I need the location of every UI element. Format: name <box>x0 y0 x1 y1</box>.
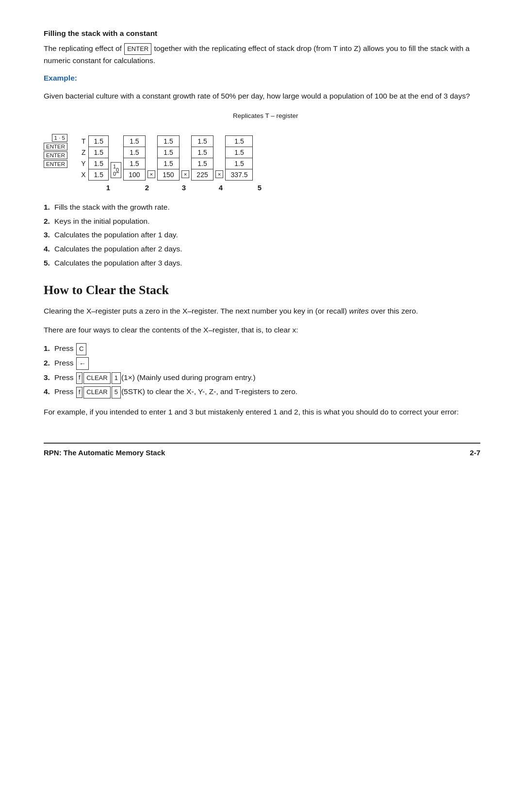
clear-methods-list: 1. Press C 2. Press ← 3. Press fCLEAR1(1… <box>44 343 480 398</box>
between-1-2: 100 <box>111 162 121 181</box>
step-numbers-row: 1 2 3 4 5 <box>93 183 275 192</box>
key-enter-3: ENTER <box>44 160 67 168</box>
list-item-1: 1.Fills the stack with the growth rate. <box>44 201 480 214</box>
list-item-2: 2.Keys in the initial population. <box>44 215 480 228</box>
stack-step-3: 1.5 1.5 1.5 150 <box>157 135 179 181</box>
clear-method-4: 4. Press fCLEAR5(5STK) to clear the X-, … <box>44 386 480 398</box>
key-1x: 1 <box>112 372 121 384</box>
clear-text-1: Clearing the X–register puts a zero in t… <box>44 305 480 317</box>
stack-step-2: 1.5 1.5 1.5 100 <box>123 135 145 181</box>
stack-table-3: 1.5 1.5 1.5 150 <box>157 135 179 181</box>
between-4-5: × <box>215 170 224 181</box>
list-item-5: 5.Calculates the population after 3 days… <box>44 257 480 269</box>
key-100: 100 <box>111 162 121 178</box>
stack-diagram: Replicates T – register 1 · 5 ENTER ENTE… <box>44 112 480 192</box>
enter-key-inline: ENTER <box>124 43 151 55</box>
page-footer: RPN: The Automatic Memory Stack 2-7 <box>44 443 480 457</box>
f-shift-key-1: f <box>76 372 82 383</box>
stack-tables: T1.5 Z1.5 Y1.5 X1.5 100 1.5 1.5 1.5 <box>70 135 253 181</box>
between-3-4: × <box>181 170 190 181</box>
stack-step-4: 1.5 1.5 1.5 225 <box>191 135 213 181</box>
list-item-3: 3.Calculates the population after 1 day. <box>44 229 480 241</box>
stack-table-1: T1.5 Z1.5 Y1.5 X1.5 <box>70 135 109 181</box>
key-multiply-2: × <box>181 170 190 178</box>
clear-text-2: There are four ways to clear the content… <box>44 324 480 336</box>
f-shift-key-2: f <box>76 387 82 398</box>
key-multiply-1: × <box>147 170 156 178</box>
footer-right: 2-7 <box>470 448 480 457</box>
clear-key-2: CLEAR <box>83 386 110 398</box>
stack-table-5: 1.5 1.5 1.5 337.5 <box>225 135 253 181</box>
clear-method-1: 1. Press C <box>44 343 480 355</box>
step-descriptions-list: 1.Fills the stack with the growth rate. … <box>44 201 480 269</box>
filling-section: Filling the stack with a constant The re… <box>44 29 480 269</box>
stack-table-4: 1.5 1.5 1.5 225 <box>191 135 213 181</box>
filling-body: The replicating effect of ENTER together… <box>44 43 480 67</box>
replicates-label: Replicates T – register <box>233 112 298 119</box>
key-multiply-3: × <box>215 170 224 178</box>
stack-step-5: 1.5 1.5 1.5 337.5 <box>225 135 253 181</box>
footer-left: RPN: The Automatic Memory Stack <box>44 448 165 457</box>
key-1-dot-5: 1 · 5 <box>52 134 67 142</box>
key-enter-2: ENTER <box>44 151 67 159</box>
left-keys-area: 1 · 5 ENTER ENTER ENTER <box>44 133 67 168</box>
list-item-4: 4.Calculates the population after 2 days… <box>44 243 480 255</box>
example-label: Example: <box>44 74 480 83</box>
clear-method-3: 3. Press fCLEAR1(1×) (Mainly used during… <box>44 372 480 384</box>
filling-heading: Filling the stack with a constant <box>44 29 480 38</box>
clear-key-1: CLEAR <box>83 372 110 384</box>
stack-table-2: 1.5 1.5 1.5 100 <box>123 135 145 181</box>
key-enter-1: ENTER <box>44 143 67 150</box>
clear-text-3: For example, if you intended to enter 1 … <box>44 406 480 418</box>
clear-method-2: 2. Press ← <box>44 357 480 370</box>
key-5stk: 5 <box>112 386 121 398</box>
backspace-key: ← <box>76 357 89 370</box>
question-text: Given bacterial culture with a constant … <box>44 90 480 102</box>
how-to-clear-section: How to Clear the Stack Clearing the X–re… <box>44 283 480 418</box>
stack-step-1: T1.5 Z1.5 Y1.5 X1.5 <box>70 135 109 181</box>
between-2-3: × <box>147 170 156 181</box>
c-key: C <box>76 343 86 355</box>
section-title: How to Clear the Stack <box>44 283 480 298</box>
